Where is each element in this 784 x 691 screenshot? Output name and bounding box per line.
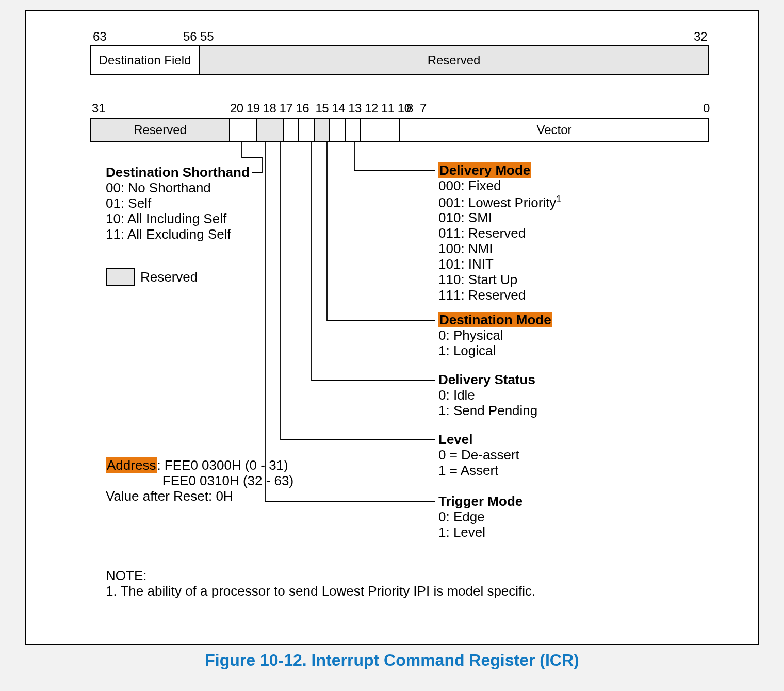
delivery-status-title: Delivery Status	[438, 372, 535, 387]
bit-tick-8: 8	[406, 101, 413, 116]
field-trigger-mode	[284, 119, 299, 141]
upper-word-box: Destination Field Reserved	[90, 45, 709, 75]
trigger-mode-title: Trigger Mode	[438, 493, 522, 509]
dest-shorthand-block: Destination Shorthand 00: No Shorthand 0…	[106, 165, 250, 242]
address-block: Address: FEE0 0300H (0 - 31) Address: FE…	[106, 458, 293, 504]
ds-01: 01: Self	[106, 195, 151, 211]
address-label: Address	[106, 457, 157, 473]
bit-tick-0: 0	[703, 101, 710, 116]
delivery-mode-title: Delivery Mode	[438, 162, 531, 178]
reserved-legend-label: Reserved	[140, 269, 198, 285]
field-level	[299, 119, 315, 141]
level-1: 1 = Assert	[438, 463, 498, 478]
reset-value: Value after Reset: 0H	[106, 488, 233, 504]
bit-tick-63: 63	[93, 29, 107, 44]
field-lower-reserved: Reserved	[91, 119, 230, 141]
ds-10: 10: All Including Self	[106, 211, 226, 226]
ds-00: 00: No Shorthand	[106, 180, 211, 195]
bit-tick-56: 56	[183, 29, 197, 44]
dmode-110: 110: Start Up	[438, 272, 517, 287]
bit-tick-31: 31	[92, 101, 106, 116]
dmode-011: 011: Reserved	[438, 225, 526, 241]
dmode-101: 101: INIT	[438, 256, 494, 272]
field-delivery-status	[330, 119, 346, 141]
level-title: Level	[438, 432, 473, 447]
ds-11: 11: All Excluding Self	[106, 226, 231, 242]
trigger-mode-block: Trigger Mode 0: Edge 1: Level	[438, 494, 522, 540]
level-block: Level 0 = De-assert 1 = Assert	[438, 432, 519, 479]
bit-tick-7: 7	[420, 101, 427, 116]
dmode-010: 010: SMI	[438, 210, 492, 225]
field-destination: Destination Field	[91, 46, 200, 74]
field-reserved-13	[315, 119, 330, 141]
delivery-mode-block: Delivery Mode 000: Fixed 001: Lowest Pri…	[438, 163, 561, 303]
dmode-000: 000: Fixed	[438, 178, 501, 193]
note-body: 1. The ability of a processor to send Lo…	[106, 583, 535, 599]
destination-mode-block: Destination Mode 0: Physical 1: Logical	[438, 312, 552, 359]
dest-shorthand-title: Destination Shorthand	[106, 164, 250, 180]
trig-0: 0: Edge	[438, 509, 485, 524]
destm-1: 1: Logical	[438, 343, 496, 358]
figure-frame: 63 56 55 32 Destination Field Reserved 3…	[25, 10, 759, 645]
note-block: NOTE: 1. The ability of a processor to s…	[106, 568, 535, 599]
field-upper-reserved: Reserved	[200, 46, 708, 74]
dstat-1: 1: Send Pending	[438, 403, 537, 418]
figure-caption: Figure 10-12. Interrupt Command Register…	[0, 651, 784, 670]
bit-tick-55: 55	[200, 29, 214, 44]
address-line-2: FEE0 0310H (32 - 63)	[162, 473, 293, 488]
delivery-status-block: Delivery Status 0: Idle 1: Send Pending	[438, 372, 537, 419]
trig-1: 1: Level	[438, 524, 485, 540]
bit-ticks-mid: 20 19 18 17 16 15 14 13 12 11 10	[230, 101, 411, 116]
field-reserved-17-16	[257, 119, 284, 141]
dmode-001: 001: Lowest Priority	[438, 194, 556, 210]
note-head: NOTE:	[106, 568, 146, 583]
level-0: 0 = De-assert	[438, 447, 519, 463]
bit-tick-32: 32	[694, 29, 708, 44]
field-delivery-mode	[361, 119, 400, 141]
field-vector: Vector	[400, 119, 708, 141]
dmode-100: 100: NMI	[438, 241, 493, 256]
lower-word-box: Reserved Vector	[90, 118, 709, 142]
address-line-1: : FEE0 0300H (0 - 31)	[157, 457, 288, 473]
destm-0: 0: Physical	[438, 327, 503, 343]
field-dest-shorthand	[230, 119, 257, 141]
destination-mode-title: Destination Mode	[438, 312, 552, 327]
dstat-0: 0: Idle	[438, 387, 475, 403]
reserved-swatch	[106, 268, 135, 286]
dmode-111: 111: Reserved	[438, 287, 526, 303]
field-destination-mode	[346, 119, 361, 141]
